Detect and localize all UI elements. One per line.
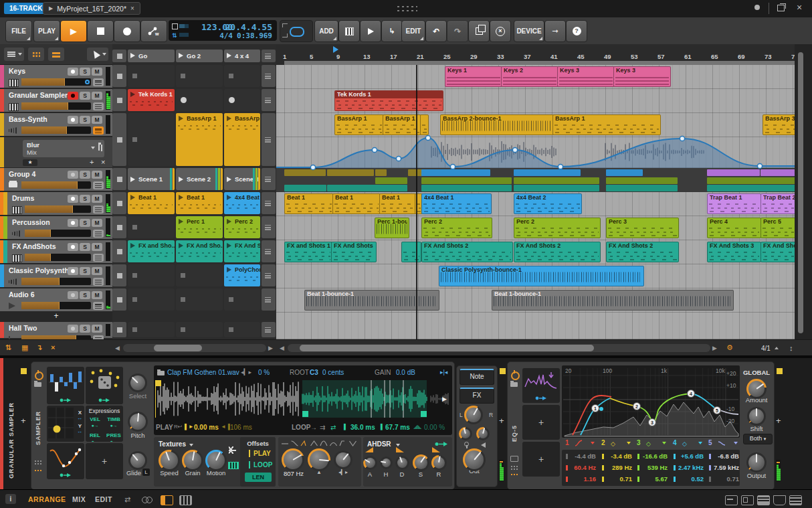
arranger-clip-keys-2[interactable]: Keys 2 [501,66,559,87]
eq-band-5-q[interactable]: 0.71 [707,475,742,484]
undo-button[interactable]: ↶ [425,20,447,42]
group-scene-scene-2[interactable]: Scene 2 [176,168,223,190]
delete-button[interactable]: × [490,20,511,42]
punch-in-icon[interactable] [282,23,288,27]
arm-button[interactable] [68,325,78,333]
group-lane-segment[interactable] [327,169,374,176]
arranger-clip-perc-1-bounc[interactable]: Perc 1-bounc [375,218,409,238]
tab-close-icon[interactable]: × [130,5,134,12]
eq-band-1-freq[interactable]: 60.4 Hz [564,463,599,473]
track-menu-button[interactable] [93,302,104,310]
track-granular-sampler[interactable]: Granular SamplerSM [0,89,112,112]
eq-band-node-4[interactable]: 4 [688,390,695,398]
return-to-arrangement-icon[interactable]: ↴ [36,343,42,352]
xy-modulator[interactable]: X↔Y↔ [47,406,84,442]
add-modulator-button[interactable]: + [522,442,560,477]
solo-button[interactable]: S [80,92,90,100]
curves-modulator[interactable] [47,443,84,479]
sample-end-value[interactable]: 106 ms [230,424,252,431]
arranger-scroll-left[interactable]: ◀ [280,345,284,351]
clip-stop-button[interactable] [112,240,126,262]
scene-header-go-2[interactable]: Go 2 [176,50,223,62]
automation-node[interactable] [310,165,315,169]
motion-knob[interactable] [205,450,227,471]
eq-band-2-q[interactable]: 0.71 [600,475,635,484]
arranger-clip-bassarp-1[interactable]: BassArp 1 [334,114,384,135]
group-lane-segment[interactable] [707,177,795,184]
keytrack-icon[interactable] [228,462,239,469]
clip-stop-button[interactable] [112,89,126,111]
automation-node[interactable] [396,156,401,161]
mute-button[interactable]: M [92,116,102,124]
playback-follow-icon[interactable]: ⇅ [5,343,11,352]
close-window-button[interactable]: × [797,2,802,13]
add-instrument-track-button[interactable] [338,20,360,42]
eq-band-2-selector[interactable]: 2◇ [600,439,635,448]
grain-shape-2[interactable] [292,441,298,446]
eq-band-node-2[interactable]: 2 [633,403,641,410]
clip-play-icon[interactable] [179,116,183,121]
launcher-scroll-right[interactable]: ▶ [268,345,273,351]
grain-shape-8[interactable] [350,441,357,446]
arranger-clip-fx-and-shots-1[interactable]: FX and Shots 1 [284,242,332,262]
track-name[interactable]: Keys [9,67,25,75]
mute-button[interactable]: M [92,291,102,299]
automation-favorite-button[interactable]: ★ [23,159,37,166]
scene-play-icon[interactable] [179,53,183,58]
clip-play-icon[interactable] [227,267,231,272]
project-template-badge[interactable]: 16-TRACK [4,3,47,14]
eq5-expand-icon[interactable] [510,456,518,462]
punch-out-icon[interactable] [282,33,288,37]
eq-band-3-gain[interactable]: -16.6 dB [635,452,670,461]
track-name[interactable]: Percussion [12,218,50,226]
device-menu-button[interactable]: DEVICE [514,20,544,42]
arm-button[interactable] [68,171,78,179]
group-lane-segment[interactable] [421,185,512,191]
volume-fader[interactable] [21,102,91,110]
grain-shape-3[interactable] [301,441,306,446]
group-lane-segment[interactable] [375,169,387,176]
arranger-clip-fx-and-shots-2[interactable]: FX And Shots 2 [514,242,601,262]
arranger-clip-perc-2[interactable]: Perc 2 [421,218,492,238]
solo-button[interactable]: S [80,171,90,179]
loop-start-handle[interactable] [302,411,308,417]
group-lane-segment[interactable] [284,169,326,176]
out-knob[interactable] [463,448,486,471]
scene-header-go[interactable]: Go [128,50,175,62]
tab-arrange[interactable]: ARRANGE [28,495,66,503]
arranger-clip-beat-1[interactable]: Beat 1 [379,193,416,214]
track-name[interactable]: Group 4 [9,170,35,178]
clip-play-icon[interactable] [179,243,183,248]
track-name[interactable]: Audio 6 [9,290,35,299]
chain-color-swatch[interactable] [777,368,783,374]
eq5-preset-icon[interactable] [510,382,518,387]
volume-fader[interactable] [21,181,91,189]
sample-spread-value[interactable]: 0 % [258,369,270,376]
launcher-clip-tek-kords-1[interactable]: Tek Kords 1 [128,89,175,111]
add-modulator-button[interactable]: + [522,405,560,440]
arranger-clip-perc-4[interactable]: Perc 4 [707,218,761,238]
grain-shape-knob[interactable] [308,448,330,471]
volume-fader[interactable] [25,230,91,237]
track-name[interactable]: Classic Polysynth [9,266,69,274]
project-tab[interactable]: ▶ MyProject_16T_2020* × [43,2,140,15]
groove-icon[interactable] [172,23,178,29]
play-start-marker[interactable] [333,46,338,53]
grid-resolution[interactable]: 4/1 [761,345,771,352]
env-h-knob[interactable] [380,456,393,469]
clip-play-icon[interactable] [227,116,231,121]
sample-start-value[interactable]: 0.00 ms [194,424,219,431]
track-display-mode-button[interactable] [4,48,24,61]
minimize-button[interactable] [754,5,760,10]
clip-play-icon[interactable] [227,195,231,200]
launcher-clip-fx-and-sho[interactable]: FX And Sho [224,240,260,262]
clip-play-icon[interactable] [130,92,135,97]
chain-add-device-button[interactable]: + [21,416,26,426]
studio-io-panel-icon[interactable] [725,495,738,505]
group-lane-segment[interactable] [514,169,581,176]
clip-stop-button[interactable] [112,264,126,286]
launcher-clip-polychords[interactable]: PolyChords [224,264,260,286]
arranger-clip-beat-1-bounce-1[interactable]: Beat 1-bounce-1 [492,290,734,311]
play-start-handle[interactable] [155,380,161,386]
automation-lane[interactable] [276,137,795,168]
